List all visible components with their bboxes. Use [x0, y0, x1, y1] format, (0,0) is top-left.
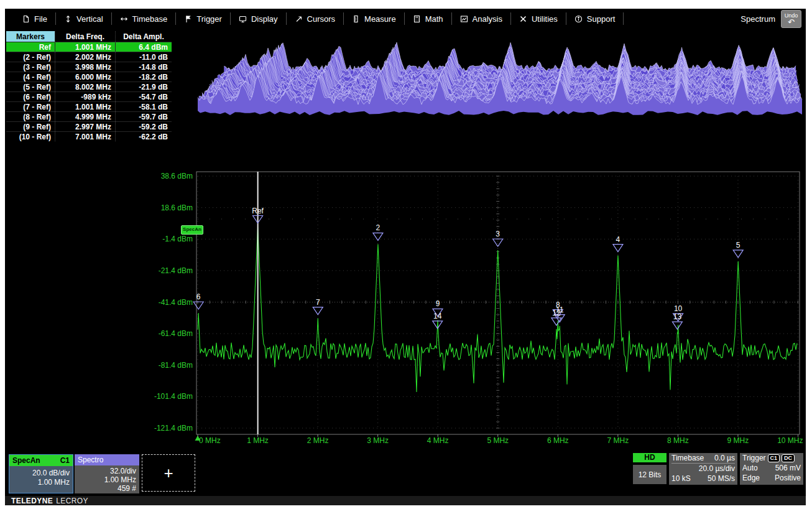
marker-row-4[interactable]: (5 - Ref)8.002 MHz-21.9 dB [6, 82, 172, 92]
file-icon [22, 15, 30, 23]
plus-icon: + [164, 464, 173, 483]
y-tick-label: -101.4 dBm [154, 392, 193, 401]
y-tick-label: -121.4 dBm [154, 424, 193, 432]
oscilloscope-app: FileVerticalTimebaseTriggerDisplayCursor… [5, 9, 806, 505]
chart-icon [460, 15, 468, 23]
undo-button[interactable]: Undo ↶ [781, 10, 801, 28]
marker-row-0[interactable]: Ref1.001 MHz6.4 dBm [6, 42, 172, 52]
marker-row-9[interactable]: (10 - Ref)7.001 MHz-62.2 dB [6, 132, 172, 142]
peak-marker-label-14: 14 [433, 312, 442, 320]
specan-span: 1.00 MHz [9, 478, 70, 487]
menu-item-analysis[interactable]: Analysis [452, 12, 510, 26]
timebase-sample-row: 10 kS 50 MS/s [671, 474, 735, 484]
marker-cell: (6 - Ref) [6, 92, 55, 102]
marker-cell: (4 - Ref) [6, 72, 55, 82]
trigger-header: Trigger C1 DC [742, 453, 801, 463]
timebase-scale-row: 20.0 µs/div [671, 464, 735, 474]
add-trace-button[interactable]: + [142, 454, 195, 492]
menu-item-support[interactable]: Support [566, 12, 624, 26]
marker-cell: (7 - Ref) [6, 102, 55, 112]
horizontal-arrows-icon [120, 15, 128, 23]
menu-item-utilities[interactable]: Utilities [511, 12, 566, 26]
marker-cell: -58.1 dB [116, 102, 172, 112]
hd-mode-box[interactable]: HD 12 Bits [633, 453, 667, 484]
monitor-icon [239, 15, 247, 23]
y-tick-label: -1.4 dBm [162, 235, 193, 243]
peak-marker-label-12: 12 [552, 309, 561, 317]
marker-cell: 1.001 MHz [55, 102, 116, 112]
marker-row-3[interactable]: (4 - Ref)6.000 MHz-18.2 dB [6, 72, 172, 82]
spectro-descriptor-box[interactable]: Spectro 32.0/div 1.00 MHz 459 # [75, 454, 139, 493]
menu-bar: FileVerticalTimebaseTriggerDisplayCursor… [5, 9, 806, 29]
menu-item-vertical[interactable]: Vertical [56, 12, 111, 26]
marker-row-8[interactable]: (9 - Ref)2.997 MHz-59.2 dB [6, 122, 172, 132]
trigger-source-badge: C1 [768, 454, 780, 462]
marker-row-6[interactable]: (7 - Ref)1.001 MHz-58.1 dB [6, 102, 172, 112]
menu-item-timebase[interactable]: Timebase [112, 12, 176, 26]
x-tick-label: 1 MHz [247, 436, 269, 445]
marker-row-7[interactable]: (8 - Ref)4.999 MHz-59.7 dB [6, 112, 172, 122]
markers-table: MarkersDelta Freq.Delta Ampl.Ref1.001 MH… [6, 31, 155, 141]
hd-mode-header: HD [633, 453, 667, 462]
tools-icon [519, 15, 527, 23]
marker-cell: (8 - Ref) [6, 112, 55, 122]
timebase-header: Timebase 0.0 µs [671, 453, 735, 464]
menu-item-label: Utilities [532, 14, 558, 24]
marker-cell: (2 - Ref) [6, 52, 55, 62]
hd-mode-bits: 12 Bits [633, 465, 667, 484]
peak-marker-label-7: 7 [316, 298, 320, 307]
markers-table-header-2: Delta Ampl. [116, 31, 172, 42]
y-tick-label: 18.6 dBm [161, 203, 193, 212]
spectrum-plot[interactable]: 38.6 dBm18.6 dBm-1.4 dBm-21.4 dBm-41.4 d… [154, 172, 803, 445]
menu-items: FileVerticalTimebaseTriggerDisplayCursor… [14, 9, 624, 29]
menu-item-file[interactable]: File [14, 12, 55, 26]
timebase-descriptor-box[interactable]: Timebase 0.0 µs 20.0 µs/div 10 kS 50 MS/… [669, 453, 737, 485]
specan-descriptor-box[interactable]: SpecAn C1 20.0 dB/div 1.00 MHz [9, 454, 73, 493]
calculator-icon [413, 15, 421, 23]
y-tick-label: -81.4 dBm [159, 361, 193, 370]
menu-item-cursors[interactable]: Cursors [287, 12, 344, 26]
specan-trace-badge[interactable]: SpecAn [181, 225, 203, 235]
peak-marker-label-5: 5 [736, 241, 740, 250]
markers-table-header-0[interactable]: Markers [6, 31, 55, 42]
peak-marker-label-Ref: Ref [252, 207, 264, 215]
menu-item-label: Timebase [132, 14, 168, 24]
marker-cell: 6.4 dBm [116, 42, 172, 52]
timebase-delay: 0.0 µs [714, 453, 735, 463]
marker-row-2[interactable]: (3 - Ref)3.998 MHz-14.8 dB [6, 62, 172, 72]
cursor-arrow-icon [295, 15, 303, 23]
menu-item-label: Math [425, 14, 443, 24]
markers-table-header-row: MarkersDelta Freq.Delta Ampl. [6, 31, 172, 42]
peak-marker-label-9: 9 [436, 299, 440, 308]
ruler-icon [352, 15, 360, 23]
marker-cell: -21.9 dB [116, 82, 172, 92]
trigger-descriptor-box[interactable]: Trigger C1 DC Auto 506 mV Edge Positive [740, 453, 803, 485]
specan-descriptor-body: 20.0 dB/div 1.00 MHz [9, 466, 73, 487]
marker-cell: 7.001 MHz [55, 132, 116, 142]
marker-row-5[interactable]: (6 - Ref)-989 kHz-54.7 dB [6, 92, 172, 102]
specan-scale: 20.0 dB/div [9, 469, 70, 478]
trigger-coupling-badge: DC [782, 454, 795, 462]
flag-icon [184, 15, 192, 23]
marker-cell: -18.2 dB [116, 72, 172, 82]
peak-marker-label-2: 2 [376, 223, 381, 232]
marker-cell: 8.002 MHz [55, 82, 116, 92]
marker-row-1[interactable]: (2 - Ref)2.002 MHz-11.0 dB [6, 52, 172, 62]
marker-cell: 1.001 MHz [55, 42, 116, 52]
x-tick-label: 4 MHz [427, 436, 449, 445]
menu-item-measure[interactable]: Measure [344, 12, 404, 26]
menu-item-math[interactable]: Math [405, 12, 451, 26]
x-tick-label: 3 MHz [367, 436, 389, 445]
menu-item-label: Vertical [76, 14, 103, 24]
x-tick-label: 8 MHz [667, 436, 689, 445]
waterfall-3d-spectrogram[interactable] [198, 42, 802, 115]
timebase-scale: 20.0 µs/div [699, 464, 735, 474]
marker-cell: 3.998 MHz [55, 62, 116, 72]
menu-item-trigger[interactable]: Trigger [176, 12, 230, 26]
timebase-title: Timebase [671, 453, 704, 463]
marker-cell: (3 - Ref) [6, 62, 55, 72]
specan-title: SpecAn [12, 456, 40, 465]
x-tick-label: 9 MHz [727, 436, 749, 445]
menu-item-display[interactable]: Display [231, 12, 286, 26]
x-tick-label: 7 MHz [607, 436, 629, 445]
